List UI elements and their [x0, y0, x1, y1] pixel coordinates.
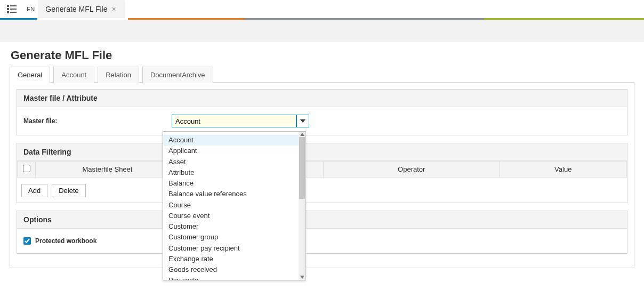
- tab-relation[interactable]: Relation: [98, 67, 139, 83]
- scroll-thumb[interactable]: [299, 137, 305, 199]
- tab-strip: General Account Relation DocumentArchive: [10, 67, 634, 83]
- app-grid-icon[interactable]: [0, 0, 23, 18]
- filter-col-select-all: [18, 162, 36, 178]
- filter-col-masterfile-sheet: Masterfile Sheet: [36, 162, 180, 178]
- tab-documentarchive[interactable]: DocumentArchive: [142, 67, 213, 83]
- dropdown-option[interactable]: Attribute: [163, 167, 305, 178]
- group-masterfile: Master file / Attribute Master file:: [17, 89, 627, 135]
- svg-rect-1: [10, 5, 17, 6]
- dropdown-option[interactable]: Customer: [163, 221, 305, 232]
- protected-workbook-checkbox[interactable]: [23, 237, 31, 245]
- dropdown-option[interactable]: Exchange rate: [163, 254, 305, 264]
- svg-rect-3: [10, 9, 17, 10]
- svg-rect-4: [7, 11, 9, 13]
- group-options-title: Options: [17, 211, 627, 229]
- svg-rect-5: [10, 12, 17, 13]
- scroll-down-icon[interactable]: [300, 275, 304, 279]
- dropdown-option[interactable]: Goods received: [163, 264, 305, 275]
- filter-col-value: Value: [500, 162, 627, 178]
- masterfile-dropdown-toggle[interactable]: [296, 115, 309, 127]
- dropdown-option[interactable]: Balance value references: [163, 189, 305, 199]
- group-filtering: Data Filtering Masterfile Sheet Attribut…: [17, 143, 627, 203]
- dropdown-option[interactable]: Course event: [163, 211, 305, 221]
- page-title: Generate MFL File: [11, 49, 634, 62]
- filter-col-operator: Operator: [324, 162, 500, 178]
- scroll-up-icon[interactable]: [300, 132, 304, 136]
- filter-table: Masterfile Sheet Attribute Operator Valu…: [17, 161, 627, 178]
- svg-rect-2: [7, 8, 9, 10]
- delete-button[interactable]: Delete: [52, 184, 86, 197]
- protected-workbook-label: Protected workbook: [35, 237, 96, 245]
- filter-select-all-checkbox[interactable]: [23, 165, 30, 172]
- group-masterfile-title: Master file / Attribute: [17, 90, 627, 107]
- dropdown-option[interactable]: Asset: [163, 157, 305, 167]
- masterfile-dropdown[interactable]: AccountApplicantAssetAttributeBalanceBal…: [163, 131, 306, 280]
- group-options: Options Protected workbook: [17, 211, 627, 254]
- dropdown-option[interactable]: Pay scale: [163, 275, 305, 280]
- close-tab-icon[interactable]: ×: [111, 5, 116, 13]
- dropdown-option[interactable]: Balance: [163, 178, 305, 189]
- tab-general[interactable]: General: [10, 67, 50, 83]
- language-indicator: EN: [23, 0, 38, 18]
- open-tab-generate-mfl[interactable]: Generate MFL File ×: [38, 0, 124, 18]
- add-button[interactable]: Add: [21, 184, 47, 197]
- tab-account[interactable]: Account: [53, 67, 94, 83]
- dropdown-option[interactable]: Customer pay recipient: [163, 243, 305, 254]
- dropdown-scrollbar[interactable]: [299, 132, 305, 280]
- svg-rect-0: [7, 5, 9, 7]
- dropdown-option[interactable]: Applicant: [163, 146, 305, 156]
- masterfile-select-input[interactable]: [172, 115, 296, 127]
- dropdown-option[interactable]: Course: [163, 200, 305, 211]
- dropdown-option[interactable]: Account: [163, 135, 305, 146]
- dropdown-option[interactable]: Customer group: [163, 232, 305, 243]
- masterfile-label: Master file:: [23, 117, 162, 125]
- group-filtering-title: Data Filtering: [17, 143, 627, 161]
- open-tab-title: Generate MFL File: [45, 5, 107, 13]
